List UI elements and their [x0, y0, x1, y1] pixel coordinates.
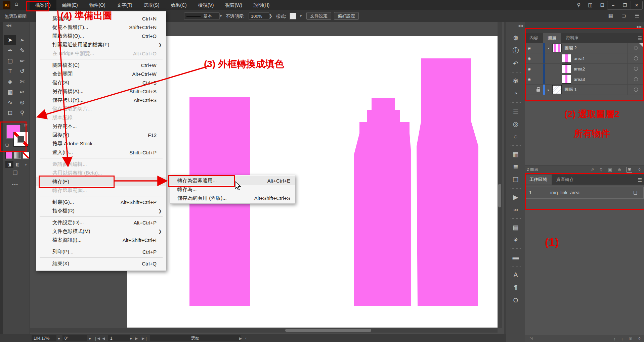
character-icon[interactable]: A — [506, 268, 525, 281]
rectangle-tool[interactable]: ▢ — [4, 56, 16, 66]
export-submenu-item-0[interactable]: 轉存為螢幕適用...Alt+Ctrl+E — [170, 176, 295, 185]
status-expand-icon[interactable]: ‹ — [245, 336, 247, 340]
layer-thumbnail[interactable] — [562, 75, 571, 84]
collapse-dock-icon[interactable]: ▶▶ — [637, 25, 642, 29]
menubar-item-1[interactable]: 編輯(E) — [56, 0, 84, 10]
file-menu-item-23[interactable]: 封裝(G)...Alt+Shift+Ctrl+P — [36, 198, 166, 206]
appearance-icon[interactable]: ◌ — [506, 130, 525, 143]
swap-fill-stroke-icon[interactable]: ⇄ — [24, 123, 28, 128]
scissors-tool[interactable]: ✄ — [16, 77, 28, 87]
color-guide-icon[interactable]: ☸ — [506, 32, 525, 44]
workspace-icon[interactable]: ⊐ — [622, 13, 626, 19]
tab-layers[interactable]: 圖層 — [543, 33, 561, 43]
home-icon[interactable]: ⌂ — [15, 1, 18, 7]
file-menu-item-16[interactable]: 置入(L)...Shift+Ctrl+P — [36, 148, 166, 157]
lock-toggle[interactable] — [534, 53, 542, 63]
file-menu-item-6[interactable]: 關閉檔案(C)Ctrl+W — [36, 61, 166, 69]
preferences-button[interactable]: 偏好設定 — [334, 12, 359, 20]
document-setup-button[interactable]: 文件設定 — [306, 12, 331, 20]
layer-thumbnail[interactable] — [562, 64, 571, 73]
selection-tool[interactable]: ➤ — [4, 35, 16, 45]
delete-artboard-icon[interactable]: ⚱ — [638, 336, 641, 341]
color-button[interactable] — [5, 152, 13, 159]
file-menu-item-1[interactable]: 從範本新增(T)...Shift+Ctrl+N — [36, 23, 166, 32]
stroke-style-field[interactable]: 基本 — [184, 12, 220, 20]
previous-artboard-icon[interactable]: ◀ — [102, 336, 105, 341]
asset-export-icon[interactable]: ⚘ — [506, 234, 525, 246]
gradient-tool[interactable]: ▩ — [4, 87, 16, 97]
menubar-item-0[interactable]: 檔案(F) — [30, 0, 56, 10]
tab-artboards[interactable]: 工作區域 — [525, 175, 552, 185]
menubar-item-3[interactable]: 文字(T) — [111, 0, 138, 10]
zoom-level-field[interactable]: 104.17% — [32, 335, 56, 341]
file-menu-item-3[interactable]: 打開最近使用過的檔案(F)❯ — [36, 40, 166, 49]
rotation-chevron-icon[interactable]: ▼ — [88, 337, 91, 341]
expand-panels-icon[interactable]: ◀◀ — [518, 24, 523, 28]
opentype-icon[interactable]: O — [506, 294, 525, 307]
opacity-field[interactable]: 100% — [249, 12, 269, 20]
shape-builder-tool[interactable]: ⊚ — [16, 97, 28, 108]
file-menu-item-8[interactable]: 儲存(S)Ctrl+S — [36, 78, 166, 87]
file-menu-item-10[interactable]: 儲存拷貝(Y)...Alt+Ctrl+S — [36, 96, 166, 104]
visibility-eye-icon[interactable] — [525, 85, 534, 95]
target-circle-icon[interactable] — [627, 74, 644, 84]
draw-normal-icon[interactable]: ◨ — [5, 161, 13, 168]
style-swatch[interactable] — [290, 13, 296, 19]
visibility-eye-icon[interactable]: ◉ — [525, 53, 534, 63]
vertical-scrollbar-thumb[interactable] — [498, 184, 501, 207]
artboard-row[interactable]: 1 img_link_area ❏ — [525, 187, 644, 199]
layer-row-圖層 2[interactable]: ◉▾圖層 2 — [525, 43, 644, 53]
transparency-icon[interactable]: ◎ — [506, 117, 525, 130]
default-fill-stroke-icon[interactable]: ❏ — [5, 143, 9, 147]
layer-name[interactable]: 圖層 1 — [564, 87, 627, 93]
menubar-item-2[interactable]: 物件(O) — [84, 0, 111, 10]
panel-list-icon[interactable]: ☰ — [635, 13, 639, 19]
symbols-icon[interactable]: ▦ — [506, 148, 525, 160]
layer-thumbnail[interactable] — [552, 85, 562, 94]
pathfinder-icon[interactable]: ❐ — [506, 173, 525, 186]
rotation-field[interactable]: 0° — [62, 335, 87, 341]
visibility-eye-icon[interactable]: ◉ — [525, 74, 534, 84]
delete-layer-icon[interactable]: ⚱ — [638, 167, 641, 172]
horizontal-scrollbar[interactable] — [30, 328, 498, 333]
move-up-icon[interactable]: ↑ — [613, 336, 616, 341]
workspace-switcher-icon[interactable]: ◫ — [588, 2, 593, 8]
vertical-scrollbar[interactable] — [498, 22, 502, 328]
layer-name[interactable]: area1 — [574, 56, 627, 61]
restore-button[interactable]: ❐ — [619, 1, 631, 9]
lock-toggle[interactable] — [534, 43, 542, 53]
menubar-item-8[interactable]: 說明(H) — [248, 0, 275, 10]
stroke-icon[interactable]: ☰ — [506, 105, 525, 117]
eyedropper-tool[interactable]: ✑ — [16, 87, 28, 97]
artboard-chevron-icon[interactable]: ▼ — [129, 337, 132, 341]
layer-name[interactable]: area3 — [574, 77, 627, 82]
visibility-eye-icon[interactable]: ◉ — [525, 64, 534, 74]
artboard-tool[interactable]: ⊡ — [4, 108, 16, 118]
layer-row-圖層 1[interactable]: ▸圖層 1 — [525, 85, 644, 95]
first-artboard-icon[interactable]: ❘◀ — [94, 336, 100, 341]
file-menu-item-28[interactable]: 檔案資訊(I)...Alt+Shift+Ctrl+I — [36, 236, 166, 244]
width-tool[interactable]: ∿ — [4, 97, 16, 108]
pen-tool[interactable]: ✒ — [4, 45, 16, 56]
zoom-tool[interactable]: ⚲ — [16, 108, 28, 118]
tab-libraries[interactable]: 資料庫 — [561, 33, 584, 43]
expand-chevron-icon[interactable]: ▾ — [545, 46, 552, 50]
next-artboard-icon[interactable]: ▶ — [135, 336, 138, 341]
direct-selection-tool[interactable]: ➢ — [16, 35, 28, 45]
links-icon[interactable]: ∞ — [506, 203, 525, 216]
export-submenu-item-1[interactable]: 轉存為... — [170, 185, 295, 194]
file-menu-item-7[interactable]: 全部關閉Alt+Ctrl+W — [36, 69, 166, 78]
menubar-item-5[interactable]: 效果(C) — [165, 0, 192, 10]
eraser-tool[interactable]: ◈ — [4, 77, 16, 87]
file-menu-item-2[interactable]: 開啟舊檔(O)...Ctrl+O — [36, 32, 166, 40]
search-icon[interactable]: ⚲ — [577, 2, 581, 8]
target-circle-icon[interactable] — [627, 53, 644, 63]
file-menu-item-24[interactable]: 指令檔(R)❯ — [36, 206, 166, 215]
file-menu-item-13[interactable]: 另存範本... — [36, 122, 166, 131]
artboard-number-field[interactable]: 1 — [108, 335, 130, 341]
menubar-item-4[interactable]: 選取(S) — [138, 0, 165, 10]
close-button[interactable]: ✕ — [631, 1, 642, 9]
locate-object-icon[interactable]: ⚲ — [599, 167, 603, 172]
layer-name[interactable]: 圖層 2 — [564, 45, 627, 51]
zoom-chevron-icon[interactable]: ▼ — [57, 337, 60, 341]
